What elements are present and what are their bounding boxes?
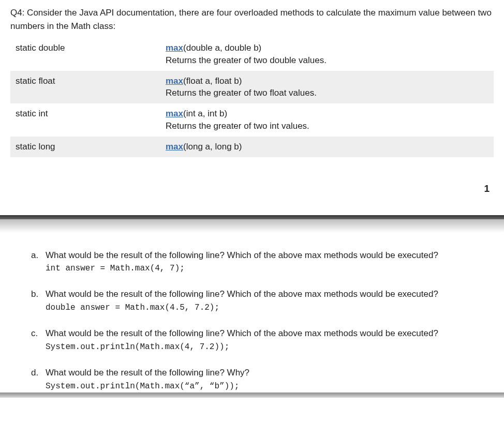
code-line: System.out.println(Math.max(“a”, “b”)); [46,381,494,392]
item-text: What would be the result of the followin… [46,250,438,260]
method-link[interactable]: max [166,76,183,86]
item-text: What would be the result of the followin… [46,289,438,299]
table-row: static int max(int a, int b) Returns the… [10,103,494,137]
method-desc: Returns the greater of two int values. [166,120,488,132]
bottom-shadow [0,392,504,398]
return-type: static float [10,71,160,104]
page-number: 1 [0,157,504,215]
method-desc: Returns the greater of two double values… [166,54,488,67]
method-cell: max(long a, long b) [160,137,494,157]
item-marker: a. [31,249,38,262]
list-item: d. What would be the result of the follo… [31,367,494,392]
page-top: Q4: Consider the Java API documentation,… [0,0,504,157]
question-heading: Q4: Consider the Java API documentation,… [10,6,494,33]
method-params: (double a, double b) [183,43,261,53]
return-type: static int [10,103,160,137]
method-link[interactable]: max [166,142,183,152]
api-table: static double max(double a, double b) Re… [10,38,494,157]
subquestions-section: a. What would be the result of the follo… [0,237,504,392]
item-text: What would be the result of the followin… [46,368,249,377]
item-marker: b. [31,288,38,301]
table-row: static float max(float a, float b) Retur… [10,71,494,104]
code-line: System.out.println(Math.max(4, 7.2)); [46,341,494,353]
item-text: What would be the result of the followin… [46,328,438,338]
item-marker: d. [31,367,38,380]
item-marker: c. [31,327,38,340]
table-row: static double max(double a, double b) Re… [10,38,494,71]
method-cell: max(int a, int b) Returns the greater of… [160,103,494,137]
method-params: (long a, long b) [183,142,242,152]
page-divider [0,215,504,237]
code-line: int answer = Math.max(4, 7); [46,263,494,275]
code-line: double answer = Math.max(4.5, 7.2); [46,302,494,314]
table-row: static long max(long a, long b) [10,137,494,157]
method-desc: Returns the greater of two float values. [166,87,488,99]
method-link[interactable]: max [166,109,183,118]
list-item: c. What would be the result of the follo… [31,327,494,353]
list-item: b. What would be the result of the follo… [31,288,494,314]
return-type: static double [10,38,160,71]
list-item: a. What would be the result of the follo… [31,249,494,275]
return-type: static long [10,137,160,157]
method-params: (int a, int b) [183,109,227,118]
method-params: (float a, float b) [183,76,242,86]
method-cell: max(double a, double b) Returns the grea… [160,38,494,71]
method-link[interactable]: max [166,43,183,53]
method-cell: max(float a, float b) Returns the greate… [160,71,494,104]
